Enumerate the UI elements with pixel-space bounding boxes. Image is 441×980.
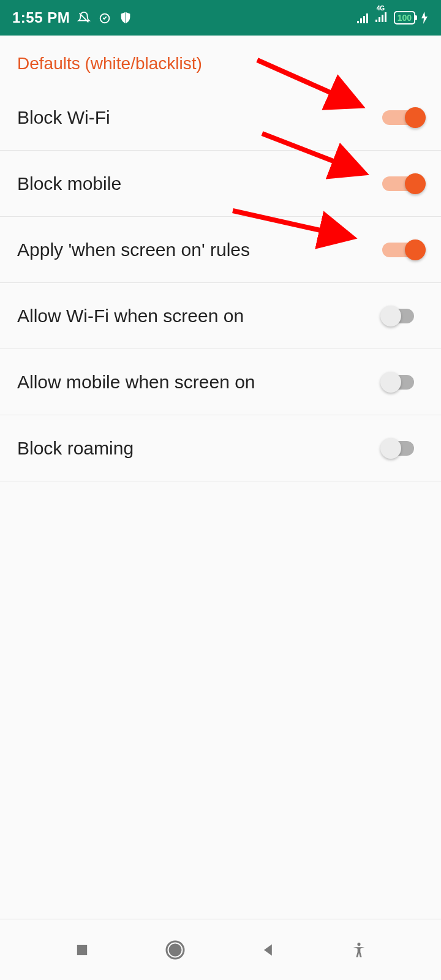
settings-row[interactable]: Block Wi-Fi [0, 85, 441, 151]
svg-rect-7 [382, 15, 383, 22]
svg-point-14 [170, 944, 181, 956]
svg-rect-4 [366, 13, 368, 23]
status-bar: 1:55 PM 4G [0, 0, 441, 36]
signal2-icon [375, 11, 389, 22]
svg-rect-2 [360, 18, 362, 23]
shield-icon [119, 11, 132, 24]
alarm-icon [98, 11, 111, 24]
nav-bar [0, 919, 441, 980]
row-label: Block Wi-Fi [17, 107, 110, 128]
home-button[interactable] [164, 939, 186, 961]
svg-point-15 [357, 943, 360, 946]
svg-rect-6 [379, 17, 380, 22]
toggle-switch[interactable] [382, 172, 424, 196]
status-time: 1:55 PM [12, 9, 70, 26]
row-label: Allow mobile when screen on [17, 372, 255, 393]
row-label: Apply 'when screen on' rules [17, 239, 250, 260]
row-label: Block mobile [17, 173, 121, 194]
settings-row[interactable]: Block mobile [0, 151, 441, 217]
toggle-switch[interactable] [382, 238, 424, 262]
section-header: Defaults (white/blacklist) [0, 36, 441, 85]
battery-indicator: 100 [394, 11, 415, 24]
accessibility-button[interactable] [350, 941, 368, 959]
svg-rect-12 [77, 944, 87, 954]
svg-rect-1 [357, 21, 359, 23]
settings-row[interactable]: Block roaming [0, 415, 441, 481]
svg-rect-8 [385, 12, 386, 22]
settings-row[interactable]: Apply 'when screen on' rules [0, 217, 441, 283]
toggle-switch[interactable] [382, 105, 424, 130]
dnd-icon [77, 11, 91, 24]
recent-apps-button[interactable] [74, 941, 91, 959]
toggle-switch[interactable] [382, 436, 424, 461]
mobile-4g-label: 4G [377, 5, 385, 12]
charging-icon [420, 12, 429, 24]
svg-rect-5 [375, 20, 377, 22]
toggle-switch[interactable] [382, 304, 424, 328]
signal-icon [357, 12, 371, 23]
settings-row[interactable]: Allow Wi-Fi when screen on [0, 283, 441, 349]
toggle-switch[interactable] [382, 370, 424, 394]
svg-rect-3 [363, 16, 365, 23]
settings-row[interactable]: Allow mobile when screen on [0, 349, 441, 415]
row-label: Block roaming [17, 438, 134, 459]
row-label: Allow Wi-Fi when screen on [17, 306, 244, 326]
back-button[interactable] [260, 941, 277, 959]
